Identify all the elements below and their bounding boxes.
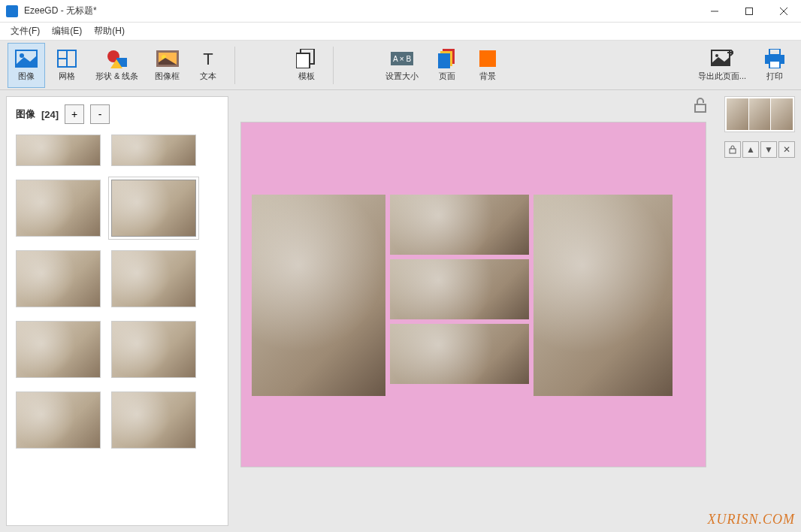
image-icon [14,48,38,69]
tool-frame-label: 图像框 [155,71,180,82]
shapes-icon [105,48,129,69]
lock-icon [728,145,737,154]
thumbnail[interactable] [111,321,196,378]
image-panel: 图像 [24] + - [6,96,228,526]
tool-image[interactable]: 图像 [8,43,45,88]
tool-background[interactable]: 背景 [469,43,506,88]
frame-icon [156,48,180,69]
page-preview[interactable] [724,96,795,132]
thumbnail-list[interactable] [7,131,228,525]
text-icon: T [196,48,220,69]
thumbnail[interactable] [16,180,101,237]
svg-rect-28 [769,61,780,68]
svg-rect-1 [746,8,753,14]
tool-background-label: 背景 [479,71,496,82]
toolbar-separator [333,47,334,84]
export-icon [710,48,734,69]
panel-header: 图像 [24] + - [7,97,228,131]
panel-title-label: 图像 [16,107,35,121]
menubar: 文件(F) 编辑(E) 帮助(H) [0,23,801,41]
app-icon [6,5,18,17]
thumbnail[interactable] [111,250,196,307]
panel-count: [24] [41,109,59,120]
tool-text-label: 文本 [200,71,216,82]
tool-template-label: 模板 [298,71,315,82]
tool-page-label: 页面 [439,71,455,82]
tool-print[interactable]: 打印 [756,43,793,88]
tool-grid-label: 网格 [59,71,75,82]
canvas-photo[interactable] [252,195,385,396]
maximize-icon [745,8,753,15]
canvas-photo[interactable] [390,324,529,384]
thumbnail[interactable] [111,135,196,166]
thumbnail[interactable] [16,391,101,449]
svg-rect-29 [695,104,706,112]
tool-setsize[interactable]: A × B 设置大小 [379,43,425,88]
toolbar-separator [234,47,235,84]
tool-export[interactable]: 导出此页面... [691,43,753,88]
layer-up-button[interactable]: ▲ [742,141,759,158]
layer-down-button[interactable]: ▼ [760,141,777,158]
canvas[interactable] [240,122,706,467]
canvas-photo[interactable] [390,259,529,319]
thumbnail[interactable] [111,391,196,449]
tool-frame[interactable]: 图像框 [148,43,186,88]
grid-icon [55,48,79,69]
tool-shapes[interactable]: 形状 & 线条 [89,43,145,88]
layer-delete-button[interactable]: ✕ [778,141,795,158]
layers-panel: ▲ ▼ ✕ [718,90,801,532]
svg-rect-22 [438,53,450,68]
canvas-area [228,90,718,532]
menu-edit[interactable]: 编辑(E) [46,23,88,39]
tool-image-label: 图像 [18,71,35,82]
menu-file[interactable]: 文件(F) [5,23,46,39]
thumbnail[interactable] [16,321,101,378]
maximize-button[interactable] [732,0,766,23]
minimize-icon [711,8,718,15]
canvas-photo[interactable] [390,195,529,255]
svg-text:T: T [204,50,213,68]
svg-rect-17 [296,53,310,68]
svg-rect-30 [730,149,736,153]
template-icon [295,48,319,69]
close-button[interactable] [766,0,801,23]
svg-point-25 [715,54,718,57]
tool-print-label: 打印 [766,71,783,82]
lock-icon[interactable] [693,98,708,113]
thumbnail-selected[interactable] [111,180,196,237]
toolbar: 图像 网格 形状 & 线条 图像框 T 文本 模板 A × B [0,41,801,90]
tool-export-label: 导出此页面... [698,71,746,82]
page-icon [435,48,459,69]
tool-template[interactable]: 模板 [288,43,325,88]
menu-help[interactable]: 帮助(H) [88,23,131,39]
thumbnail[interactable] [16,135,101,166]
workspace: 图像 [24] + - [0,90,801,532]
titlebar: EzeeGD - 无标题* [0,0,801,23]
svg-rect-23 [479,50,496,67]
watermark: XURISN.COM [708,512,796,527]
svg-text:A × B: A × B [393,55,412,63]
tool-grid[interactable]: 网格 [48,43,86,88]
svg-point-5 [20,53,24,58]
canvas-photo[interactable] [533,195,673,396]
print-icon [763,48,787,69]
window-title: EzeeGD - 无标题* [24,5,697,17]
thumbnail[interactable] [16,250,101,307]
svg-rect-26 [769,49,780,55]
add-image-button[interactable]: + [65,104,84,124]
background-icon [476,48,500,69]
tool-page[interactable]: 页面 [428,43,466,88]
setsize-icon: A × B [390,48,414,69]
minimize-button[interactable] [697,0,732,23]
tool-shapes-label: 形状 & 线条 [95,71,138,82]
tool-text[interactable]: T 文本 [189,43,227,88]
close-icon [780,8,787,15]
remove-image-button[interactable]: - [90,104,110,124]
tool-setsize-label: 设置大小 [385,71,419,82]
layer-lock-button[interactable] [724,141,741,158]
